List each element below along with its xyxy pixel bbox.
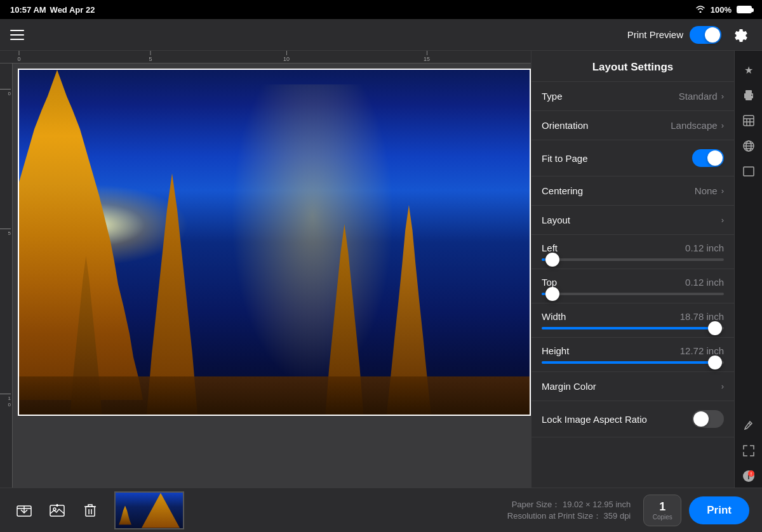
top-slider-section: Top 0.12 inch xyxy=(531,269,734,303)
left-slider-label: Left xyxy=(542,243,558,253)
svg-rect-27 xyxy=(86,507,95,516)
ruler-left: 0 5 10 xyxy=(0,63,13,488)
add-photo-button[interactable] xyxy=(46,499,69,522)
main-area: 0 5 10 15 xyxy=(0,51,762,488)
height-slider-value: 12.72 inch xyxy=(680,345,724,356)
copies-box[interactable]: 1 Copies xyxy=(643,495,681,526)
resolution-value: 359 dpi xyxy=(604,511,631,521)
status-bar: 10:57 AM Wed Apr 22 100% xyxy=(0,0,762,19)
resolution-label: Resolution at Print Size： xyxy=(507,511,601,521)
settings-row-layout[interactable]: Layout › xyxy=(531,206,734,235)
fit-to-page-toggle[interactable] xyxy=(692,149,724,167)
icon-bar: ★ xyxy=(734,51,762,488)
time-display: 10:57 AM xyxy=(10,5,46,15)
table-icon-btn[interactable] xyxy=(737,109,760,132)
top-slider-value: 0.12 inch xyxy=(685,277,724,288)
image-thumbnail[interactable] xyxy=(114,491,184,529)
print-preview-container: Print Preview xyxy=(627,26,721,44)
panel-title: Layout Settings xyxy=(531,51,734,82)
wifi-icon xyxy=(695,5,705,15)
left-slider-section: Left 0.12 inch xyxy=(531,235,734,269)
type-chevron-icon: › xyxy=(721,91,724,101)
settings-row-type[interactable]: Type Standard › xyxy=(531,82,734,111)
top-slider-label: Top xyxy=(542,277,557,288)
left-slider-header: Left 0.12 inch xyxy=(542,243,724,253)
status-left: 10:57 AM Wed Apr 22 xyxy=(10,5,95,15)
layout-label: Layout xyxy=(542,215,721,225)
paper-size-label: Paper Size： xyxy=(512,500,561,509)
info-icon-btn[interactable]: i ! xyxy=(737,465,760,488)
lock-aspect-ratio-row: Lock Image Aspect Ratio xyxy=(531,401,734,437)
left-slider-track[interactable] xyxy=(542,258,724,261)
globe-icon-btn[interactable] xyxy=(737,135,760,157)
main-toolbar: Print Preview xyxy=(0,19,762,51)
settings-row-centering[interactable]: Centering None › xyxy=(531,176,734,206)
height-slider-header: Height 12.72 inch xyxy=(542,345,724,356)
ground xyxy=(19,376,530,415)
preview-content: 0 5 10 xyxy=(0,63,531,488)
fit-to-page-row: Fit to Page xyxy=(531,140,734,176)
image-preview-wrapper xyxy=(13,63,531,421)
menu-button[interactable] xyxy=(10,23,33,46)
height-slider-track[interactable] xyxy=(542,361,724,364)
thumbnail-background xyxy=(116,493,183,528)
width-slider-section: Width 18.78 inch xyxy=(531,303,734,338)
width-slider-track[interactable] xyxy=(542,327,724,329)
paper-info: Paper Size： 19.02 × 12.95 inch Resolutio… xyxy=(507,499,631,522)
canvas-area: 0 5 10 15 xyxy=(0,51,531,488)
margin-color-chevron-icon: › xyxy=(721,382,724,391)
pencil-icon-btn[interactable] xyxy=(737,414,760,437)
resolution-text: Resolution at Print Size： 359 dpi xyxy=(507,510,631,522)
svg-point-3 xyxy=(751,95,752,96)
svg-rect-23 xyxy=(50,505,64,516)
fit-to-page-label: Fit to Page xyxy=(542,153,692,164)
svg-rect-1 xyxy=(745,90,752,93)
layout-chevron-icon: › xyxy=(721,215,724,225)
centering-chevron-icon: › xyxy=(721,186,724,196)
centering-label: Centering xyxy=(542,185,695,196)
margin-color-label: Margin Color xyxy=(542,381,721,392)
bottom-actions xyxy=(13,491,184,529)
battery-icon xyxy=(737,6,752,13)
lock-aspect-label: Lock Image Aspect Ratio xyxy=(542,414,692,425)
lock-aspect-toggle[interactable] xyxy=(692,410,724,428)
top-slider-track[interactable] xyxy=(542,293,724,295)
bottom-bar: Paper Size： 19.02 × 12.95 inch Resolutio… xyxy=(0,488,762,532)
orientation-chevron-icon: › xyxy=(721,121,724,130)
delete-button[interactable] xyxy=(79,499,102,522)
settings-row-margin-color[interactable]: Margin Color › xyxy=(531,372,734,401)
copies-number: 1 xyxy=(659,500,665,514)
width-slider-header: Width 18.78 inch xyxy=(542,311,724,322)
type-label: Type xyxy=(542,91,679,102)
width-slider-label: Width xyxy=(542,311,566,322)
image-frame xyxy=(18,69,531,416)
status-right: 100% xyxy=(695,5,752,15)
orientation-value: Landscape xyxy=(671,120,717,131)
battery-display: 100% xyxy=(711,5,732,15)
print-button[interactable]: Print xyxy=(689,496,749,524)
height-slider-section: Height 12.72 inch xyxy=(531,338,734,372)
centering-value: None xyxy=(695,185,718,196)
pagoda-background xyxy=(19,70,530,415)
expand-icon-btn[interactable] xyxy=(737,439,760,462)
width-slider-value: 18.78 inch xyxy=(680,311,724,322)
paper-size-text: Paper Size： 19.02 × 12.95 inch xyxy=(507,499,631,510)
ruler-top: 0 5 10 15 xyxy=(0,51,531,63)
star-icon-btn[interactable]: ★ xyxy=(737,58,760,81)
import-button[interactable] xyxy=(13,499,36,522)
settings-row-orientation[interactable]: Orientation Landscape › xyxy=(531,111,734,140)
thumbnail-pagoda xyxy=(142,493,180,528)
printer-icon-btn[interactable] xyxy=(737,84,760,107)
left-slider-value: 0.12 inch xyxy=(685,243,724,253)
print-preview-toggle[interactable] xyxy=(690,26,721,44)
orientation-label: Orientation xyxy=(542,120,671,131)
frame-icon-btn[interactable] xyxy=(737,160,760,183)
svg-rect-2 xyxy=(745,97,752,100)
date-display: Wed Apr 22 xyxy=(50,5,95,15)
top-slider-header: Top 0.12 inch xyxy=(542,277,724,288)
paper-size-value: 19.02 × 12.95 inch xyxy=(563,500,631,509)
copies-label: Copies xyxy=(653,514,672,521)
print-preview-label: Print Preview xyxy=(627,29,683,40)
svg-rect-14 xyxy=(744,167,754,176)
settings-button[interactable] xyxy=(729,23,752,46)
